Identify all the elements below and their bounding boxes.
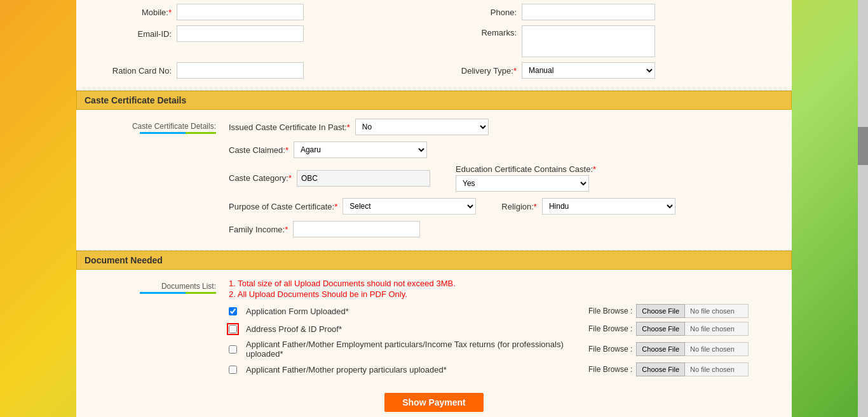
no-file-text-1: No file chosen (685, 304, 749, 318)
scrollbar-thumb[interactable] (858, 127, 868, 165)
choose-file-btn-3[interactable]: Choose File (636, 342, 685, 356)
doc-notice-1: 1. Total size of all Upload Documents sh… (229, 279, 779, 288)
education-label: Education Certificate Contains Caste:* (456, 164, 596, 174)
caste-sidebar-label: Caste Certificate Details: (132, 122, 216, 131)
no-file-text-4: No file chosen (685, 362, 749, 376)
caste-category-label: Caste Category:* (229, 173, 292, 183)
doc-checkbox-3[interactable] (229, 345, 237, 354)
email-label: Email-ID: (89, 29, 172, 39)
delivery-select[interactable]: Manual Online Post (522, 62, 655, 79)
doc-checkbox-1[interactable] (229, 307, 237, 315)
phone-label: Phone: (434, 8, 517, 17)
doc-row-2: Address Proof & ID Proof* File Browse : … (229, 322, 779, 336)
doc-row-1: Application Form Uploaded* File Browse :… (229, 304, 779, 318)
remarks-textarea[interactable] (522, 25, 655, 57)
caste-category-input[interactable] (297, 170, 430, 187)
purpose-label: Purpose of Caste Certificate:* (229, 202, 337, 211)
file-browse-label-4: File Browse : (588, 365, 632, 374)
issued-label: Issued Caste Certificate In Past:* (229, 122, 350, 132)
caste-claimed-label: Caste Claimed:* (229, 145, 288, 155)
show-payment-area: Show Payment (76, 387, 792, 417)
scrollbar[interactable] (858, 0, 868, 417)
doc-notice-2: 2. All Upload Documents Should be in PDF… (229, 289, 779, 299)
mobile-label: Mobile:* (89, 8, 172, 17)
choose-file-btn-1[interactable]: Choose File (636, 304, 685, 318)
file-browse-label-1: File Browse : (588, 307, 632, 315)
doc-label-2: Address Proof & ID Proof* (246, 324, 582, 334)
family-income-label: Family Income:* (229, 225, 288, 234)
doc-row-4: Applicant Father/Mother property particu… (229, 362, 779, 376)
issued-select[interactable]: No Yes (355, 119, 489, 135)
doc-label-4: Applicant Father/Mother property particu… (246, 365, 582, 374)
family-income-input[interactable] (293, 221, 420, 237)
show-payment-button[interactable]: Show Payment (384, 393, 484, 412)
purpose-select[interactable]: Select Employment Admission Other (342, 198, 476, 215)
delivery-label: Delivery Type:* (434, 66, 517, 76)
doc-checkbox-4[interactable] (229, 366, 237, 374)
doc-checkbox-2[interactable] (229, 325, 237, 333)
choose-file-btn-2[interactable]: Choose File (636, 322, 685, 336)
file-browse-label-2: File Browse : (588, 324, 632, 333)
no-file-text-3: No file chosen (685, 342, 749, 356)
no-file-text-2: No file chosen (685, 322, 749, 336)
document-section-header: Document Needed (76, 251, 792, 270)
ration-label: Ration Card No: (89, 66, 172, 76)
email-input[interactable] (177, 25, 304, 42)
doc-sidebar-label: Documents List: (161, 282, 216, 291)
phone-input[interactable] (522, 4, 655, 20)
file-browse-label-3: File Browse : (588, 345, 632, 354)
choose-file-btn-4[interactable]: Choose File (636, 362, 685, 376)
caste-claimed-select[interactable]: Agaru Other (294, 142, 427, 158)
doc-row-3: Applicant Father/Mother Employment parti… (229, 340, 779, 359)
remarks-label: Remarks: (434, 25, 517, 37)
religion-select[interactable]: Hindu Muslim Christian Other (542, 198, 675, 215)
education-select[interactable]: Yes No (456, 175, 589, 192)
mobile-input[interactable] (177, 4, 304, 20)
caste-section-header: Caste Certificate Details (76, 91, 792, 110)
doc-label-1: Application Form Uploaded* (246, 307, 582, 316)
doc-label-3: Applicant Father/Mother Employment parti… (246, 340, 582, 359)
religion-label: Religion:* (501, 202, 537, 211)
ration-input[interactable] (177, 62, 304, 79)
